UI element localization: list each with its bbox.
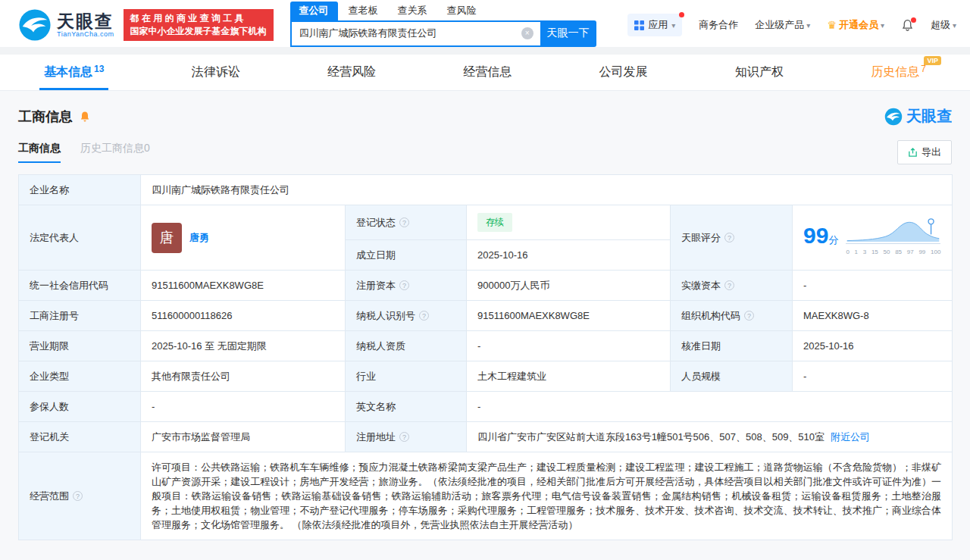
tianyancha-watermark-icon xyxy=(884,108,903,126)
tab-basic-info[interactable]: 基本信息 13 xyxy=(39,55,108,90)
field-reg-status-label: 登记状态? xyxy=(346,205,467,240)
tianyancha-logo-icon xyxy=(18,8,52,42)
table-row: 工商注册号 511600000118626 纳税人识别号? 91511600MA… xyxy=(19,301,953,331)
field-paid-capital-label: 实缴资本? xyxy=(671,271,793,301)
score-unit: 分 xyxy=(828,234,838,246)
legal-rep-name-link[interactable]: 唐勇 xyxy=(189,230,209,245)
label-text: 实缴资本 xyxy=(681,280,721,291)
info-icon[interactable]: ? xyxy=(399,217,409,227)
field-staff-size-label: 人员规模 xyxy=(671,361,793,392)
field-reg-address-value: 四川省广安市广安区站前大道东段163号1幢501号506、507、508、509… xyxy=(467,422,953,452)
open-vip-link[interactable]: ♛ 开通会员 ▾ xyxy=(827,18,884,32)
field-reg-authority-value: 广安市市场监督管理局 xyxy=(141,422,346,452)
field-reg-capital-label: 注册资本? xyxy=(346,271,467,301)
logo-text-cn: 天眼查 xyxy=(57,12,114,30)
field-reg-number-value: 511600000118626 xyxy=(141,301,346,331)
notification-dot xyxy=(679,12,684,17)
caret-down-icon: ▾ xyxy=(881,21,884,30)
business-info-table: 企业名称 四川南广城际铁路有限责任公司 法定代表人 唐 唐勇 登记状态? 存续 xyxy=(18,174,953,540)
field-company-name-value: 四川南广城际铁路有限责任公司 xyxy=(141,175,953,205)
caret-down-icon: ▾ xyxy=(806,21,810,30)
search-tab-relation[interactable]: 查关系 xyxy=(389,2,436,20)
watermark-label: 天眼查 xyxy=(906,106,952,127)
search-tab-boss[interactable]: 查老板 xyxy=(340,2,387,20)
subtab-row: 工商信息 历史工商信息0 导出 xyxy=(18,140,952,164)
label-text: 注册资本 xyxy=(356,280,396,291)
table-row: 营业期限 2025-10-16 至 无固定期限 纳税人资质 - 核准日期 202… xyxy=(19,331,953,361)
clear-icon[interactable]: × xyxy=(521,27,534,39)
field-company-type-label: 企业类型 xyxy=(19,361,141,392)
tab-company-development[interactable]: 公司发展 xyxy=(595,55,652,90)
info-icon[interactable]: ? xyxy=(73,491,83,501)
field-insured-count-value: - xyxy=(141,392,346,422)
search-tab-company[interactable]: 查公司 xyxy=(290,2,338,20)
info-icon[interactable]: ? xyxy=(399,432,409,442)
field-paid-capital-value: - xyxy=(793,271,953,301)
field-staff-size-value: - xyxy=(793,361,953,392)
tab-intellectual-property[interactable]: 知识产权 xyxy=(731,55,788,90)
label-text: 纳税人识别号 xyxy=(356,310,415,321)
tab-history-info[interactable]: 历史信息 7 VIP xyxy=(866,55,931,90)
field-taxpayer-qual-label: 纳税人资质 xyxy=(346,331,467,361)
tab-legal-proceedings[interactable]: 法律诉讼 xyxy=(187,55,245,90)
score-tick-label: 15 xyxy=(871,245,878,259)
search-tab-risk[interactable]: 查风险 xyxy=(438,2,486,20)
score-tick-label: 50 xyxy=(884,245,890,259)
tianyancha-watermark: 天眼查 xyxy=(884,106,952,127)
search-tabs: 查公司 查老板 查关系 查风险 xyxy=(290,4,596,20)
top-header: 天眼查 TianYanCha.com 都 在 用 的 商 业 查 询 工 具 国… xyxy=(0,0,970,47)
legal-rep-avatar[interactable]: 唐 xyxy=(152,223,182,253)
export-button[interactable]: 导出 xyxy=(897,140,952,164)
tab-operating-risk[interactable]: 经营风险 xyxy=(323,55,380,90)
nearby-companies-link[interactable]: 附近公司 xyxy=(831,431,870,443)
slogan-line2: 国家中小企业发展子基金旗下机构 xyxy=(130,25,267,38)
field-org-code-label: 组织机构代码? xyxy=(671,301,793,331)
tab-operating-info[interactable]: 经营信息 xyxy=(458,55,516,90)
tab-label: 知识产权 xyxy=(735,64,784,80)
score-curve xyxy=(846,217,940,244)
score-pin-icon xyxy=(928,218,934,224)
label-text: 登记状态 xyxy=(356,217,396,228)
search-row: × 天眼一下 xyxy=(290,20,596,47)
slogan-line1: 都 在 用 的 商 业 查 询 工 具 xyxy=(130,12,267,25)
table-row: 企业类型 其他有限责任公司 行业 土木工程建筑业 人员规模 - xyxy=(19,361,953,392)
field-reg-authority-label: 登记机关 xyxy=(19,422,141,452)
tianyancha-logo[interactable]: 天眼查 TianYanCha.com xyxy=(18,8,114,42)
apps-menu[interactable]: 应用 ▾ xyxy=(627,14,682,36)
score-tick-label: 85 xyxy=(895,245,902,259)
label-text: 经营范围 xyxy=(30,490,69,502)
biz-cooperation-label: 商务合作 xyxy=(699,18,738,32)
search-button[interactable]: 天眼一下 xyxy=(540,20,596,47)
info-icon[interactable]: ? xyxy=(399,280,409,290)
super-menu[interactable]: 超级 ▾ xyxy=(931,18,956,32)
enterprise-products-link[interactable]: 企业级产品 ▾ xyxy=(755,18,810,32)
monitor-bell-icon[interactable] xyxy=(79,111,91,123)
field-english-name-label: 英文名称 xyxy=(346,392,467,422)
field-approval-date-label: 核准日期 xyxy=(671,331,793,361)
info-icon[interactable]: ? xyxy=(419,311,429,321)
export-label: 导出 xyxy=(922,145,941,159)
tab-label: 历史信息 xyxy=(871,64,919,80)
brand-slogan-badge: 都 在 用 的 商 业 查 询 工 具 国家中小企业发展子基金旗下机构 xyxy=(124,9,274,41)
notifications-bell[interactable] xyxy=(901,19,914,32)
info-icon[interactable]: ? xyxy=(724,233,734,242)
top-right-nav: 应用 ▾ 商务合作 企业级产品 ▾ ♛ 开通会员 ▾ 超级 ▾ xyxy=(627,14,956,36)
field-industry-value: 土木工程建筑业 xyxy=(467,361,671,392)
info-icon[interactable]: ? xyxy=(744,311,754,321)
subtab-history-business-info[interactable]: 历史工商信息0 xyxy=(80,142,150,163)
info-icon[interactable]: ? xyxy=(724,280,734,290)
section-header: 工商信息 天眼查 xyxy=(18,106,952,127)
field-establish-date-label: 成立日期 xyxy=(346,240,467,271)
field-score-value[interactable]: 99分 0131550859799100 xyxy=(793,205,953,271)
score-tick-label: 0 xyxy=(846,245,849,259)
logo-text-en: TianYanCha.com xyxy=(57,30,114,38)
export-icon xyxy=(908,148,918,158)
score-tick-label: 100 xyxy=(931,245,940,259)
open-vip-label: 开通会员 xyxy=(839,18,878,32)
subtab-business-info[interactable]: 工商信息 xyxy=(18,142,61,163)
search-input[interactable] xyxy=(290,20,540,47)
biz-cooperation-link[interactable]: 商务合作 xyxy=(699,18,738,32)
field-english-name-value: - xyxy=(467,392,953,422)
table-row: 参保人数 - 英文名称 - xyxy=(19,392,953,422)
score-tick-label: 99 xyxy=(918,245,925,259)
